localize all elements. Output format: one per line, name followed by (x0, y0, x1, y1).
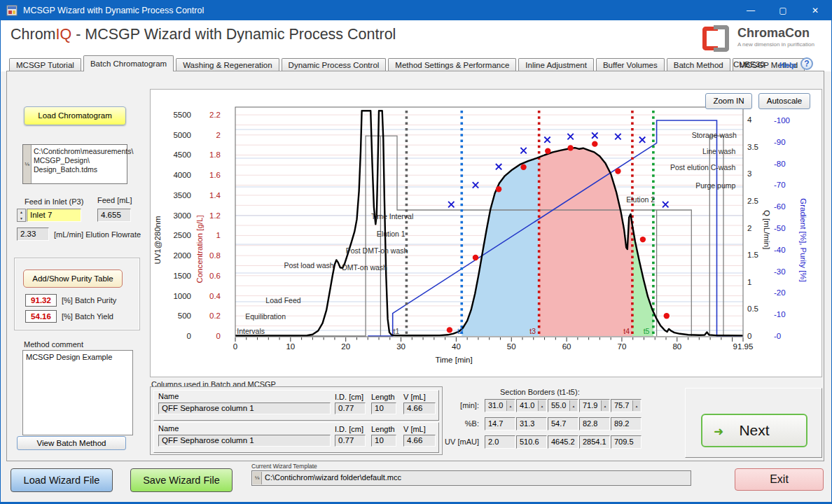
tab-dynamic-process-control[interactable]: Dynamic Process Control (282, 58, 387, 71)
svg-text:50: 50 (507, 342, 516, 351)
section-border-value: 89.2 (611, 417, 642, 430)
inlet-field[interactable]: Inlet 7 (27, 209, 81, 222)
section-border-value[interactable]: 71.9▲▼ (579, 399, 610, 412)
svg-text:Purge pump: Purge pump (695, 181, 735, 190)
load-wizard-file-button[interactable]: Load Wizard File (11, 468, 113, 492)
feed-ml-label: Feed [mL] (97, 196, 132, 204)
help-icon[interactable]: ? (800, 57, 813, 70)
close-button[interactable]: ✕ (799, 1, 831, 20)
svg-text:1.5: 1.5 (747, 251, 758, 259)
path-line: C:\Contichrom\measurements\ (34, 147, 133, 156)
column-id-field: 0.77 (335, 402, 366, 414)
tab-batch-chromatogram[interactable]: Batch Chromatogram (83, 55, 174, 71)
chromatogram-panel: IntervalsEquilibrationLoad FeedPost load… (150, 89, 822, 377)
svg-text:-20: -20 (774, 288, 786, 297)
save-wizard-file-button[interactable]: Save Wizard File (130, 468, 233, 492)
svg-text:4: 4 (747, 115, 752, 124)
window-title: MCSGP Wizard with Dynamic Process Contro… (23, 1, 204, 20)
next-arrow-icon: ➜ (714, 426, 723, 438)
method-comment-box[interactable]: MCSGP Design Example (22, 350, 133, 435)
column-name-field[interactable]: QFF Sepharose column 1 (158, 402, 331, 414)
app-icon (6, 5, 18, 16)
svg-text:2: 2 (747, 224, 751, 232)
section-border-value: 2.0 (485, 435, 515, 449)
tab-batch-method[interactable]: Batch Method (667, 58, 730, 71)
batch-chromatogram-page: Load Chromatogram ⅛ C:\Contichrom\measur… (6, 71, 824, 461)
column-v-label: V [mL] (403, 393, 426, 401)
svg-text:1.4: 1.4 (209, 191, 221, 200)
svg-text:t5: t5 (644, 327, 650, 335)
brand-prefix: Chrom (11, 26, 56, 43)
svg-text:Elution 1: Elution 1 (377, 230, 405, 238)
load-chromatogram-button[interactable]: Load Chromatogram (24, 106, 126, 125)
svg-text:0: 0 (216, 332, 221, 340)
svg-text:t3: t3 (529, 327, 536, 335)
svg-text:-90: -90 (774, 138, 786, 146)
svg-text:3000: 3000 (173, 211, 191, 220)
section-border-value[interactable]: 75.7▲▼ (611, 399, 642, 412)
svg-text:5500: 5500 (173, 111, 191, 119)
add-show-purity-table-button[interactable]: Add/Show Purity Table (23, 270, 123, 288)
next-button[interactable]: ➜ Next (701, 414, 807, 447)
column-row: NameQFF Sepharose column 1I.D. [cm]0.77L… (153, 422, 439, 453)
column-v-field: 4.66 (403, 435, 436, 447)
svg-text:-0: -0 (774, 332, 781, 340)
brand-accent: IQ (56, 26, 72, 43)
path-icon: ⅛ (23, 145, 32, 183)
column-id-label: I.D. [cm] (335, 393, 363, 401)
svg-text:Intervals: Intervals (237, 327, 265, 335)
section-border-value[interactable]: 55.0▲▼ (548, 399, 578, 412)
batch-purity-label: [%] Batch Purity (62, 296, 116, 304)
path-line: MCSGP_Design\ (34, 156, 133, 165)
section-border-value[interactable]: 41.0▲▼ (516, 399, 547, 412)
svg-text:2500: 2500 (173, 231, 191, 239)
svg-text:1: 1 (216, 231, 221, 239)
svg-text:30: 30 (396, 342, 405, 351)
autoscale-button[interactable]: Autoscale (758, 93, 810, 109)
inlet-spinner[interactable]: ▲▼ (17, 209, 26, 222)
svg-text:0.6: 0.6 (209, 272, 221, 280)
svg-text:UV1@280nm: UV1@280nm (153, 216, 162, 264)
svg-text:3.5: 3.5 (747, 143, 758, 151)
svg-text:1: 1 (747, 278, 751, 286)
brand-tagline: A new dimension in purification (737, 41, 814, 48)
value-spinner[interactable]: ▲▼ (538, 400, 546, 411)
svg-text:0.8: 0.8 (209, 251, 221, 260)
tab-buffer-volumes[interactable]: Buffer Volumes (596, 58, 665, 71)
title-bar: MCSGP Wizard with Dynamic Process Contro… (1, 1, 831, 20)
method-comment-label: Method comment (24, 340, 83, 349)
section-borders-row-label: [min]: (437, 401, 479, 410)
exit-button[interactable]: Exit (735, 468, 824, 491)
tab-mcsgp-tutorial[interactable]: MCSGP Tutorial (9, 58, 81, 71)
section-border-value[interactable]: 31.0▲▼ (485, 399, 515, 412)
tab-inline-adjustment[interactable]: Inline Adjustment (518, 58, 594, 71)
maximize-button[interactable]: ▢ (767, 1, 799, 20)
view-batch-method-button[interactable]: View Batch Method (17, 436, 126, 450)
chromatogram-chart[interactable]: IntervalsEquilibrationLoad FeedPost load… (151, 90, 821, 377)
tab-washing-regeneration[interactable]: Washing & Regeneration (176, 58, 279, 71)
value-spinner[interactable]: ▲▼ (569, 400, 577, 411)
section-borders-title: Section Borders (t1-t5): (500, 388, 580, 396)
svg-text:20: 20 (341, 342, 350, 351)
svg-text:Storage wash: Storage wash (692, 131, 737, 139)
zoom-in-button[interactable]: Zoom IN (705, 93, 752, 109)
svg-text:70: 70 (618, 342, 627, 351)
svg-text:5000: 5000 (173, 131, 191, 139)
chromacon-logo: ChromaCon A new dimension in purificatio… (702, 24, 821, 55)
elution-flowrate-field: 2.33 (17, 227, 49, 241)
svg-text:-80: -80 (774, 160, 786, 168)
help-label[interactable]: Help (779, 61, 796, 69)
section-border-value: 4645.2 (548, 435, 578, 449)
wizard-template-path-field[interactable]: ⅛ C:\Contichrom\wizard folder\default.mc… (251, 470, 691, 486)
section-border-value: 510.6 (516, 435, 547, 449)
chromatogram-path-field[interactable]: ⅛ C:\Contichrom\measurements\ MCSGP_Desi… (22, 144, 127, 184)
value-spinner[interactable]: ▲▼ (506, 400, 514, 411)
brand-name: ChromaCon (737, 26, 810, 41)
tab-method-settings-performance[interactable]: Method Settings & Performance (388, 58, 516, 71)
value-spinner[interactable]: ▲▼ (632, 400, 640, 411)
minimize-button[interactable]: — (735, 1, 767, 20)
svg-text:1.8: 1.8 (209, 150, 221, 159)
value-spinner[interactable]: ▲▼ (601, 400, 609, 411)
column-name-field[interactable]: QFF Sepharose column 1 (158, 435, 331, 447)
svg-text:80: 80 (672, 342, 681, 351)
